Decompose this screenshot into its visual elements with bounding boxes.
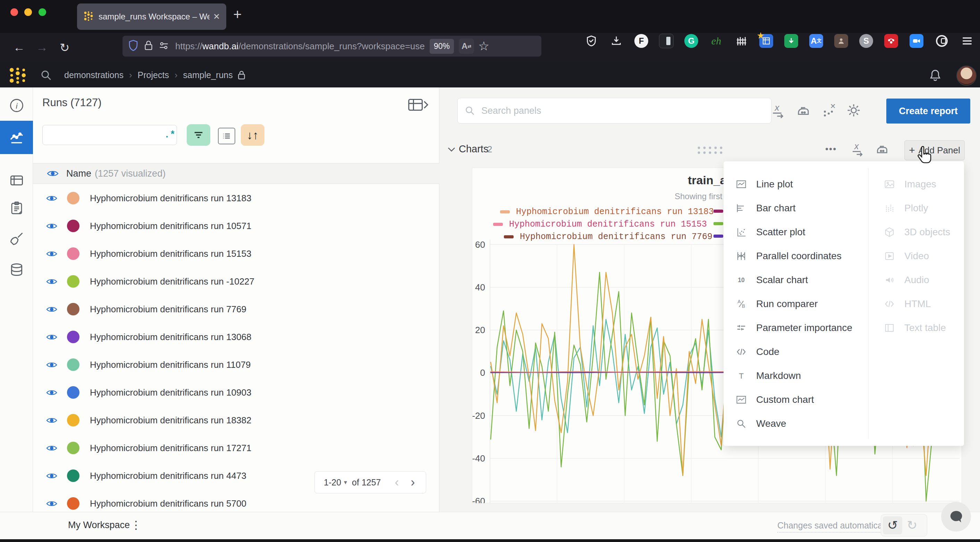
run-row[interactable]: Hyphomicrobium denitrificans run 7769 xyxy=(33,295,439,323)
breadcrumb-project-name[interactable]: sample_runs xyxy=(183,70,233,80)
visibility-eye-icon[interactable] xyxy=(46,444,57,452)
workspace-menu-icon[interactable]: ⋮ xyxy=(130,518,142,532)
eh-icon[interactable]: eh xyxy=(709,33,724,49)
visibility-eye-icon[interactable] xyxy=(46,389,57,397)
run-row[interactable]: Hyphomicrobium denitrificans run 11079 xyxy=(33,351,439,378)
group-button[interactable] xyxy=(218,128,235,145)
visibility-eye-icon[interactable] xyxy=(47,169,59,178)
browser-tab[interactable]: sample_runs Workspace – Weig ✕ xyxy=(77,3,226,30)
dark-panel-icon[interactable] xyxy=(659,33,674,49)
back-button[interactable]: ← xyxy=(13,41,25,54)
support-chat-button[interactable] xyxy=(941,502,971,532)
visibility-eye-icon[interactable] xyxy=(46,194,57,202)
menu-item-scalar-chart[interactable]: 10Scalar chart xyxy=(724,268,867,292)
redo-button[interactable]: ↻ xyxy=(902,516,922,534)
drag-handle-icon[interactable] xyxy=(696,145,725,156)
run-row[interactable]: Hyphomicrobium denitrificans run -10227 xyxy=(33,267,439,295)
menu-item-markdown[interactable]: TMarkdown xyxy=(724,364,867,388)
collapse-section-icon[interactable] xyxy=(447,146,456,154)
menu-item-bar-chart[interactable]: Bar chart xyxy=(724,196,867,220)
run-row[interactable]: Hyphomicrobium denitrificans run 10571 xyxy=(33,212,439,240)
page-range-caret-icon[interactable]: ▾ xyxy=(344,478,347,486)
menu-item-custom-chart[interactable]: Custom chart xyxy=(724,388,867,412)
visibility-eye-icon[interactable] xyxy=(46,416,57,424)
panel-search-input[interactable] xyxy=(480,105,764,117)
run-name[interactable]: Hyphomicrobium denitrificans run 7769 xyxy=(90,304,247,315)
wandb-logo-icon[interactable] xyxy=(8,67,28,85)
grammarly-icon[interactable]: G xyxy=(684,33,699,49)
user-avatar[interactable] xyxy=(956,65,977,86)
sort-button[interactable]: ↓↑ xyxy=(241,124,264,146)
name-column-header[interactable]: Name xyxy=(66,168,91,179)
run-name[interactable]: Hyphomicrobium denitrificans run 4473 xyxy=(90,470,247,481)
run-name[interactable]: Hyphomicrobium denitrificans run 17271 xyxy=(90,443,251,453)
portrait-icon[interactable] xyxy=(834,33,849,49)
run-row[interactable]: Hyphomicrobium denitrificans run 17271 xyxy=(33,434,439,462)
spreadsheet-star-icon[interactable]: ★ xyxy=(759,33,774,49)
x-axis-settings-icon[interactable]: x xyxy=(771,103,786,119)
runs-search[interactable]: .* xyxy=(42,125,177,145)
section-title[interactable]: Charts xyxy=(459,143,488,155)
mac-zoom-button[interactable] xyxy=(38,8,46,16)
fence-icon[interactable] xyxy=(733,33,749,49)
zoom-level-badge[interactable]: 90% xyxy=(430,39,454,54)
workspace-name[interactable]: My Workspace xyxy=(68,520,130,531)
new-tab-button[interactable]: + xyxy=(233,6,242,23)
menu-item-parameter-importance[interactable]: Parameter importance xyxy=(724,316,867,340)
run-row[interactable]: Hyphomicrobium denitrificans run 18382 xyxy=(33,406,439,434)
visibility-eye-icon[interactable] xyxy=(46,222,57,230)
menu-icon[interactable] xyxy=(959,33,975,49)
url-bar[interactable]: https://wandb.ai/demonstrations/sample_r… xyxy=(123,36,541,57)
visibility-eye-icon[interactable] xyxy=(46,305,57,313)
menu-item-line-plot[interactable]: Line plot xyxy=(724,172,867,196)
global-search-icon[interactable] xyxy=(40,69,52,83)
shield-icon[interactable] xyxy=(128,40,138,53)
run-name[interactable]: Hyphomicrobium denitrificans run 13068 xyxy=(90,332,251,342)
bookmark-star-icon[interactable]: ☆ xyxy=(478,39,489,53)
run-name[interactable]: Hyphomicrobium denitrificans run 10571 xyxy=(90,221,251,231)
visibility-eye-icon[interactable] xyxy=(46,361,57,369)
close-tab-icon[interactable]: ✕ xyxy=(213,12,220,22)
page-range[interactable]: 1-20 xyxy=(324,477,341,488)
menu-item-run-comparer[interactable]: ABRun comparer xyxy=(724,292,867,316)
run-row[interactable]: Hyphomicrobium denitrificans run 15153 xyxy=(33,240,439,267)
add-panel-button[interactable]: + Add Panel xyxy=(904,140,965,160)
run-name[interactable]: Hyphomicrobium denitrificans run 18382 xyxy=(90,415,251,426)
panel-settings-icon[interactable] xyxy=(875,142,889,156)
sidebar-item-table[interactable] xyxy=(0,168,33,193)
section-more-icon[interactable]: ••• xyxy=(825,144,837,154)
runs-search-input[interactable] xyxy=(51,130,164,140)
pocket-shield-icon[interactable] xyxy=(584,33,599,49)
permissions-icon[interactable] xyxy=(159,40,169,52)
menu-item-parallel-coordinates[interactable]: Parallel coordinates xyxy=(724,244,867,268)
breadcrumb-projects[interactable]: Projects xyxy=(138,70,169,80)
sidebar-item-charts[interactable] xyxy=(0,121,33,154)
forward-button[interactable]: → xyxy=(36,41,48,54)
outliers-icon[interactable]: ✕ xyxy=(821,103,836,118)
mendeley-icon[interactable] xyxy=(883,33,899,49)
translate-page-icon[interactable]: A⇄ xyxy=(459,38,474,54)
mac-close-button[interactable] xyxy=(10,8,18,16)
overview-info-icon[interactable]: i xyxy=(0,93,33,118)
visibility-eye-icon[interactable] xyxy=(46,250,57,258)
panel-search[interactable] xyxy=(457,98,772,124)
menu-item-weave[interactable]: Weave xyxy=(724,412,867,436)
expand-table-icon[interactable] xyxy=(408,98,428,113)
download-icon[interactable] xyxy=(609,33,624,49)
run-row[interactable]: Hyphomicrobium denitrificans run 10903 xyxy=(33,378,439,406)
url-text[interactable]: https://wandb.ai/demonstrations/sample_r… xyxy=(175,41,425,52)
mac-minimize-button[interactable] xyxy=(24,8,32,16)
menu-item-code[interactable]: Code xyxy=(724,340,867,364)
gear-icon[interactable] xyxy=(846,103,861,118)
run-name[interactable]: Hyphomicrobium denitrificans run 10903 xyxy=(90,387,251,398)
undo-button[interactable]: ↺ xyxy=(883,516,902,534)
sidebar-item-artifacts[interactable] xyxy=(0,257,33,283)
visibility-eye-icon[interactable] xyxy=(46,472,57,480)
menu-item-scatter-plot[interactable]: Scatter plot xyxy=(724,220,867,244)
filter-button[interactable] xyxy=(187,124,210,146)
next-page-icon[interactable]: › xyxy=(411,475,415,490)
translate-icon[interactable]: A文 xyxy=(808,33,824,49)
visibility-eye-icon[interactable] xyxy=(46,500,57,508)
runs-table-header[interactable]: Name (1257 visualized) xyxy=(33,163,439,184)
regex-toggle-icon[interactable]: .* xyxy=(164,130,175,140)
